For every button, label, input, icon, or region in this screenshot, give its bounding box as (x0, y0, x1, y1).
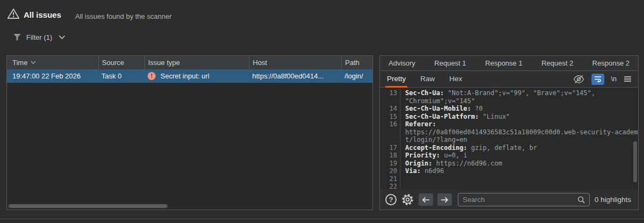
line-number (380, 136, 400, 144)
word-wrap-icon[interactable] (591, 74, 604, 85)
line-content: "Chromium";v="145" (400, 97, 475, 105)
editor-search-bar: ? (380, 190, 638, 210)
editor-line: 13Sec-Ch-Ua: "Not:A-Brand";v="99", "Brav… (380, 89, 638, 97)
line-content: t/login/?lang=en (400, 136, 467, 144)
editor-line: "Chromium";v="145" (380, 97, 638, 105)
warning-triangle-icon (7, 8, 20, 21)
question-circle-icon[interactable]: ? (385, 194, 397, 205)
line-content: Origin: https://n6d96.com (400, 160, 502, 168)
header-name: Via: (405, 167, 421, 175)
search-field-wrap (458, 193, 590, 206)
line-content: https://0a8f00ed0414936583c51a18009c00d0… (400, 128, 638, 136)
line-content: Referer: (400, 120, 436, 128)
header-name: Accept-Encoding: (405, 144, 467, 152)
view-tab-pretty[interactable]: Pretty (387, 71, 406, 87)
tab-response-1[interactable]: Response 1 (485, 59, 522, 67)
line-content (400, 175, 405, 183)
header-value: ?0 (471, 105, 483, 112)
line-number: 14 (380, 105, 400, 113)
horizontal-scrollbar-thumb[interactable] (9, 204, 167, 208)
exclamation-circle-icon: ! (148, 72, 156, 80)
view-tabs: PrettyRawHex (387, 71, 462, 87)
editor-line: 21 (380, 175, 638, 183)
header-name: Sec-Ch-Ua-Platform: (405, 113, 479, 120)
editor-line: 15Sec-Ch-Ua-Platform: "Linux" (380, 113, 638, 121)
line-number: 20 (380, 167, 400, 175)
header-name: Sec-Ch-Ua-Mobile: (405, 105, 471, 112)
gear-icon[interactable] (401, 193, 414, 206)
gutter-divider (400, 88, 400, 190)
editor-line: https://0a8f00ed0414936583c51a18009c00d0… (380, 128, 638, 136)
tab-advisory[interactable]: Advisory (389, 59, 415, 67)
next-match-button[interactable] (437, 193, 452, 206)
editor-line: 18Priority: u=0, i (380, 152, 638, 160)
issue-time-cell: 19:47:00 22 Feb 2026 (7, 69, 98, 83)
issues-table-body (7, 83, 372, 210)
issues-table-panel: Time Source Issue type Host Path 19:47:0… (6, 55, 373, 210)
header-value: n6d96 (421, 167, 444, 175)
sort-descending-icon (31, 61, 36, 64)
header-value: "Chromium";v="145" (405, 97, 475, 105)
editor-line: 20Via: n6d96 (380, 167, 638, 175)
filter-label: Filter (1) (26, 33, 52, 41)
line-content: Priority: u=0, i (400, 152, 467, 160)
highlights-count: 0 highlights (595, 196, 633, 204)
issue-host-cell: https://0a8f00ed0414... (249, 69, 341, 83)
filter-funnel-icon (13, 33, 21, 41)
editor-line: 17Accept-Encoding: gzip, deflate, br (380, 144, 638, 152)
issue-source-cell: Task 0 (98, 69, 144, 83)
newline-icon[interactable]: \n (611, 75, 617, 83)
bottom-band (0, 219, 644, 223)
column-header-source[interactable]: Source (98, 56, 144, 69)
detail-tab-bar: AdvisoryRequest 1Response 1Request 2Resp… (380, 56, 638, 71)
header-value: t/login/?lang=en (405, 136, 467, 143)
header-value: "Linux" (479, 113, 510, 120)
editor-line: t/login/?lang=en (380, 136, 638, 144)
issue-row-selected[interactable]: 19:47:00 22 Feb 2026 Task 0 ! Secret inp… (7, 69, 372, 83)
page-title: All issues (24, 10, 61, 19)
line-number: 22 (380, 183, 400, 190)
line-number: 19 (380, 160, 400, 168)
column-header-host[interactable]: Host (249, 56, 341, 69)
previous-match-button[interactable] (419, 193, 433, 206)
line-content (400, 183, 405, 190)
magnifier-icon (577, 196, 586, 204)
header-name: Sec-Ch-Ua: (405, 89, 444, 97)
column-header-path[interactable]: Path (341, 56, 372, 69)
search-input[interactable] (458, 196, 577, 204)
eye-slash-icon[interactable] (573, 75, 584, 84)
editor-line: 19Origin: https://n6d96.com (380, 160, 638, 168)
line-number: 15 (380, 113, 400, 121)
editor-line: 22 (380, 183, 638, 190)
issue-type-cell: ! Secret input: url (144, 69, 249, 83)
header-value: gzip, deflate, br (467, 144, 537, 152)
issue-detail-panel: AdvisoryRequest 1Response 1Request 2Resp… (379, 55, 639, 210)
message-view-bar: PrettyRawHex \n (380, 71, 638, 88)
tab-request-2[interactable]: Request 2 (541, 59, 573, 67)
header-value: "Not:A-Brand";v="99", "Brave";v="145", (444, 89, 595, 97)
tab-request-1[interactable]: Request 1 (434, 59, 466, 67)
issues-table-header: Time Source Issue type Host Path (7, 56, 372, 69)
view-tab-hex[interactable]: Hex (449, 71, 462, 87)
line-content: Via: n6d96 (400, 167, 444, 175)
http-message-editor[interactable]: 13Sec-Ch-Ua: "Not:A-Brand";v="99", "Brav… (380, 88, 638, 190)
column-header-issue-type[interactable]: Issue type (144, 56, 249, 69)
header-value: u=0, i (440, 152, 467, 159)
line-content: Sec-Ch-Ua: "Not:A-Brand";v="99", "Brave"… (400, 89, 595, 97)
line-content: Sec-Ch-Ua-Mobile: ?0 (400, 105, 483, 113)
issue-path-cell: /login/ (341, 69, 372, 83)
view-tab-raw[interactable]: Raw (420, 71, 435, 87)
line-content: Accept-Encoding: gzip, deflate, br (400, 144, 537, 152)
editor-line: 16Referer: (380, 120, 638, 128)
vertical-scrollbar-thumb[interactable] (633, 141, 637, 182)
line-number (380, 97, 400, 105)
header-value: https://n6d96.com (433, 160, 502, 167)
line-number: 13 (380, 89, 400, 97)
column-header-time[interactable]: Time (7, 56, 98, 69)
tab-response-2[interactable]: Response 2 (592, 59, 630, 67)
line-number: 17 (380, 144, 400, 152)
chevron-down-icon (58, 35, 65, 40)
hamburger-menu-icon[interactable] (624, 76, 632, 82)
page-subtitle: All issues found by the scanner (75, 12, 172, 20)
filter-control[interactable]: Filter (1) (13, 31, 65, 43)
